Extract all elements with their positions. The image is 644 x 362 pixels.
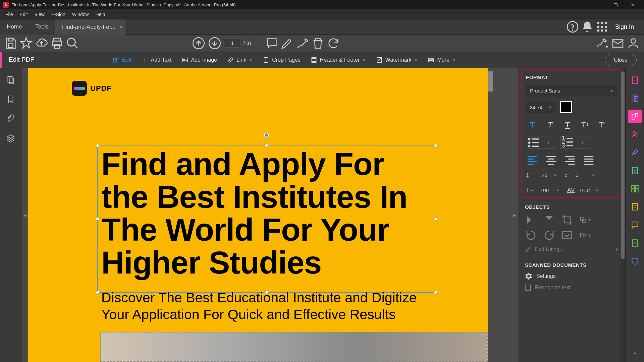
edit-tool-edit[interactable]: Edit bbox=[108, 54, 136, 66]
star-icon[interactable] bbox=[19, 37, 33, 50]
tab-close-icon[interactable]: × bbox=[120, 24, 123, 30]
checkbox-icon[interactable] bbox=[525, 285, 531, 291]
flip-vertical-button[interactable] bbox=[543, 215, 555, 225]
align-objects-button[interactable]: ▼ bbox=[579, 230, 591, 241]
menu-help[interactable]: Help bbox=[92, 10, 109, 18]
panel-scroll-thumb[interactable] bbox=[621, 71, 625, 259]
notifications-icon[interactable] bbox=[581, 20, 594, 33]
crop-button[interactable] bbox=[561, 215, 573, 225]
combine-files-icon[interactable] bbox=[628, 92, 642, 105]
edit-tool-header-footer[interactable]: Header & Footer ▼ bbox=[306, 54, 371, 66]
menu-window[interactable]: Window bbox=[69, 10, 92, 18]
flip-horizontal-button[interactable] bbox=[525, 215, 537, 225]
align-center-button[interactable] bbox=[545, 154, 557, 165]
account-icon[interactable] bbox=[627, 37, 640, 50]
bullet-list-button[interactable] bbox=[526, 136, 541, 148]
close-edit-button[interactable]: Close bbox=[605, 54, 637, 66]
arrange-button[interactable]: ▼ bbox=[579, 215, 591, 225]
font-size-select[interactable]: 34.74 ▼ bbox=[526, 102, 556, 113]
edit-tool-more[interactable]: More ▼ bbox=[423, 54, 460, 66]
draw-icon[interactable] bbox=[296, 37, 309, 50]
document-heading[interactable]: Find and Apply For the Best Institutes I… bbox=[101, 148, 433, 279]
edit-using-dropdown[interactable]: Edit Using... ▼ bbox=[525, 246, 619, 253]
paragraph-spacing-select[interactable]: 0 ▼ bbox=[573, 170, 598, 180]
page-scrollbar[interactable] bbox=[488, 71, 493, 92]
resize-handle-se[interactable] bbox=[434, 291, 437, 294]
highlight-icon[interactable] bbox=[280, 37, 294, 50]
recognize-text-checkbox[interactable]: Recognize text bbox=[525, 285, 619, 291]
scan-ocr-icon[interactable] bbox=[628, 236, 642, 250]
bookmarks-icon[interactable] bbox=[6, 94, 16, 104]
help-icon[interactable] bbox=[566, 20, 579, 33]
create-pdf-icon[interactable] bbox=[628, 73, 642, 87]
italic-button[interactable]: T bbox=[543, 119, 557, 131]
request-signatures-icon[interactable] bbox=[628, 128, 642, 141]
protect-icon[interactable] bbox=[628, 254, 642, 268]
numbered-list-dropdown[interactable]: ▼ bbox=[575, 136, 590, 148]
edit-tool-add-image[interactable]: Add Image bbox=[177, 54, 222, 66]
superscript-button[interactable]: T1 bbox=[578, 119, 592, 131]
edit-tool-add-text[interactable]: Add Text bbox=[137, 54, 176, 66]
sign-in-button[interactable]: Sign In bbox=[610, 21, 639, 33]
page-up-icon[interactable] bbox=[192, 37, 205, 50]
line-height-select[interactable]: 1.20 ▼ bbox=[535, 170, 560, 180]
edit-tool-crop-pages[interactable]: Crop Pages bbox=[258, 54, 305, 66]
thumbnails-icon[interactable] bbox=[6, 75, 16, 85]
tab-document[interactable]: Find-and-Apply-For... × bbox=[55, 19, 125, 35]
resize-handle-ne[interactable] bbox=[434, 144, 437, 147]
rotate-ccw-button[interactable] bbox=[525, 230, 537, 241]
apps-grid-icon[interactable] bbox=[596, 20, 608, 33]
menu-edit[interactable]: Edit bbox=[16, 10, 31, 18]
page-down-icon[interactable] bbox=[208, 37, 221, 50]
align-left-button[interactable] bbox=[526, 154, 539, 165]
resize-handle-nw[interactable] bbox=[96, 144, 99, 147]
resize-handle-w[interactable] bbox=[96, 217, 99, 221]
edit-pdf-rail-icon[interactable] bbox=[628, 110, 642, 123]
rotate-cw-button[interactable] bbox=[543, 230, 555, 241]
document-canvas[interactable]: ◀ UPDF Find and Apply For the Best I bbox=[21, 68, 518, 362]
rotate-icon[interactable] bbox=[327, 37, 340, 50]
maximize-button[interactable]: ▢ bbox=[607, 0, 624, 9]
organize-pages-icon[interactable] bbox=[628, 182, 642, 195]
email-icon[interactable] bbox=[611, 37, 625, 50]
text-color-swatch[interactable] bbox=[560, 101, 572, 113]
fill-sign-icon[interactable] bbox=[628, 146, 642, 159]
attachments-icon[interactable] bbox=[6, 114, 16, 124]
replace-image-button[interactable] bbox=[561, 230, 573, 241]
menu-view[interactable]: View bbox=[31, 10, 48, 18]
bold-button[interactable]: T bbox=[526, 119, 539, 131]
send-comments-icon[interactable] bbox=[628, 200, 642, 214]
layers-icon[interactable] bbox=[6, 133, 16, 143]
export-pdf-icon[interactable] bbox=[628, 164, 642, 177]
menu-esign[interactable]: E-Sign bbox=[48, 10, 69, 18]
align-right-button[interactable] bbox=[564, 154, 576, 165]
resize-handle-sw[interactable] bbox=[96, 291, 99, 294]
comment-rail-icon[interactable] bbox=[628, 218, 642, 232]
font-family-select[interactable]: Product Sans ▼ bbox=[526, 85, 618, 97]
tab-tools[interactable]: Tools bbox=[29, 19, 55, 35]
char-spacing-select[interactable]: -1.04 ▼ bbox=[577, 185, 602, 195]
minimize-button[interactable]: ─ bbox=[590, 0, 606, 9]
edit-tool-link[interactable]: Link ▼ bbox=[222, 54, 257, 66]
collapse-right-icon[interactable]: ▶ bbox=[511, 68, 518, 362]
subscript-button[interactable]: T1 bbox=[596, 119, 609, 131]
print-icon[interactable] bbox=[50, 37, 64, 50]
search-icon[interactable] bbox=[66, 37, 79, 50]
collapse-left-icon[interactable]: ◀ bbox=[21, 68, 28, 362]
signature-icon[interactable] bbox=[596, 37, 609, 50]
horizontal-scale-select[interactable]: 100 ▼ bbox=[538, 185, 562, 195]
underline-button[interactable]: T bbox=[561, 119, 574, 131]
edit-tool-watermark[interactable]: Watermark ▼ bbox=[371, 54, 423, 66]
tab-home[interactable]: Home bbox=[0, 19, 29, 35]
more-tools-icon[interactable]: ⌄ bbox=[628, 345, 642, 359]
cloud-upload-icon[interactable] bbox=[35, 37, 48, 50]
menu-file[interactable]: File bbox=[2, 10, 16, 18]
comment-icon[interactable] bbox=[265, 37, 278, 50]
document-image-placeholder[interactable] bbox=[100, 332, 488, 362]
document-subheading[interactable]: Discover The Best Educational Institute … bbox=[101, 290, 433, 322]
page-number-input[interactable] bbox=[224, 39, 241, 48]
bullet-list-dropdown[interactable]: ▼ bbox=[541, 136, 556, 148]
align-justify-button[interactable] bbox=[582, 154, 595, 165]
resize-handle-e[interactable] bbox=[434, 217, 437, 221]
scanned-settings-button[interactable]: Settings bbox=[525, 273, 619, 280]
